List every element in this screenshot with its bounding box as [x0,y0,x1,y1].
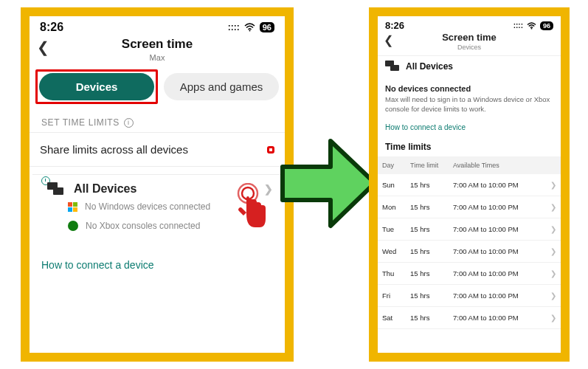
chevron-right-icon: ❯ [546,292,556,300]
limits-row-sun[interactable]: Sun15 hrs7:00 AM to 10:00 PM❯ [378,174,561,196]
info-icon[interactable]: i [124,118,134,128]
page-subtitle: Devices [378,44,561,51]
row-xbox-status: No Xbox consoles connected [68,216,273,235]
row-all-devices-header: All Devices [378,55,561,77]
cell-day: Sun [382,181,410,189]
status-bar: 8:26 :::: 96 [378,16,561,32]
col-available-times: Available Times [453,162,546,169]
battery-badge: 96 [260,22,274,32]
back-button[interactable]: ❮ [384,33,393,47]
link-how-to-connect[interactable]: How to connect a device [385,123,553,131]
page-subtitle: Max [30,53,285,62]
all-devices-title: All Devices [74,182,136,196]
cell-limit: 15 hrs [410,181,453,189]
tab-devices[interactable]: Devices [39,73,154,100]
cell-day: Wed [382,247,410,255]
page-title: Screen time [30,37,285,52]
devices-icon [46,181,65,197]
cell-day: Thu [382,269,410,277]
wifi-icon [527,22,536,30]
no-devices-title: No devices connected [385,84,553,93]
status-time: 8:26 [40,21,63,34]
cell-day: Fri [382,292,410,300]
xbox-icon [68,221,78,231]
cell-available: 7:00 AM to 10:00 PM [453,225,546,233]
limits-row-tue[interactable]: Tue15 hrs7:00 AM to 10:00 PM❯ [378,218,561,241]
no-devices-body: Max will need to sign in to a Windows de… [385,95,553,114]
limits-table-body: Sun15 hrs7:00 AM to 10:00 PM❯Mon15 hrs7:… [378,174,561,329]
cell-limit: 15 hrs [410,247,453,255]
time-limits-heading: Time limits [385,142,553,152]
tab-apps-games[interactable]: Apps and games [164,73,279,100]
limits-row-fri[interactable]: Fri15 hrs7:00 AM to 10:00 PM❯ [378,285,561,307]
cell-available: 7:00 AM to 10:00 PM [453,292,546,300]
windows-icon [68,202,77,212]
status-time: 8:26 [385,20,404,31]
cell-available: 7:00 AM to 10:00 PM [453,181,546,189]
link-how-to-connect[interactable]: How to connect a device [41,259,154,271]
phone-right-frame: 8:26 :::: 96 ❮ Screen time Devices All D… [369,7,570,362]
limits-row-sat[interactable]: Sat15 hrs7:00 AM to 10:00 PM❯ [378,307,561,329]
limits-table-header: Day Time limit Available Times [378,156,561,174]
cell-day: Mon [382,203,410,211]
phone-left-frame: 8:26 :::: 96 ❮ Screen time Max Devices A… [21,7,294,362]
back-button[interactable]: ❮ [37,38,49,56]
row-share-limits[interactable]: Share limits across all devices [30,132,285,167]
cell-day: Tue [382,225,410,233]
col-day: Day [382,162,410,169]
cell-limit: 15 hrs [410,269,453,277]
cell-available: 7:00 AM to 10:00 PM [453,314,546,322]
devices-icon [385,61,400,72]
row-windows-status: No Windows devices connected [68,197,273,216]
chevron-right-icon: ❯ [264,183,273,195]
tabs-row: Devices Apps and games [35,69,279,104]
share-limits-label: Share limits across all devices [40,143,188,156]
cell-limit: 15 hrs [410,225,453,233]
status-bar: 8:26 :::: 96 [30,16,285,35]
cell-limit: 15 hrs [410,203,453,211]
page-title: Screen time [378,32,561,43]
chevron-right-icon: ❯ [546,247,556,255]
svg-point-3 [531,27,533,29]
limits-row-wed[interactable]: Wed15 hrs7:00 AM to 10:00 PM❯ [378,241,561,263]
cell-available: 7:00 AM to 10:00 PM [453,269,546,277]
cellular-icon: :::: [513,21,523,30]
cell-available: 7:00 AM to 10:00 PM [453,203,546,211]
wifi-icon [244,23,255,32]
cell-limit: 15 hrs [410,292,453,300]
page-header: ❮ Screen time Devices [378,32,561,51]
chevron-right-icon: ❯ [546,269,556,277]
cell-available: 7:00 AM to 10:00 PM [453,247,546,255]
chevron-right-icon: ❯ [546,203,556,211]
limits-row-mon[interactable]: Mon15 hrs7:00 AM to 10:00 PM❯ [378,196,561,218]
svg-point-0 [249,30,250,32]
chevron-right-icon: ❯ [546,314,556,322]
col-time-limit: Time limit [410,162,453,169]
transition-arrow-icon [279,130,378,237]
cell-limit: 15 hrs [410,314,453,322]
battery-badge: 96 [540,21,553,30]
cell-day: Sat [382,314,410,322]
highlight-toggle [267,146,274,154]
cellular-icon: :::: [228,22,240,32]
limits-row-thu[interactable]: Thu15 hrs7:00 AM to 10:00 PM❯ [378,263,561,285]
page-header: ❮ Screen time Max [30,35,285,62]
row-all-devices[interactable]: All Devices ❯ No Windows devices connect… [32,174,282,244]
section-set-time-limits: SET TIME LIMITS i [41,117,273,128]
chevron-right-icon: ❯ [546,181,556,189]
chevron-right-icon: ❯ [546,225,556,233]
